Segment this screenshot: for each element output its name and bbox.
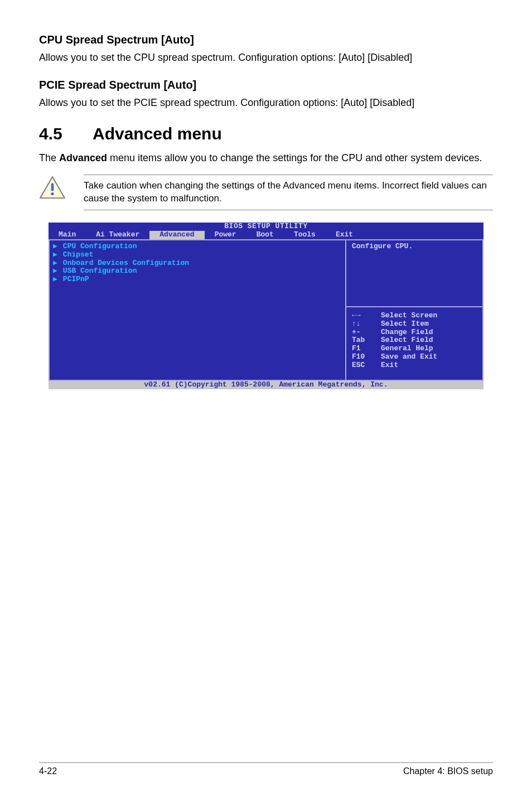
bios-item-usb[interactable]: ▶USB Configuration bbox=[53, 267, 342, 276]
tab-tools[interactable]: Tools bbox=[284, 231, 326, 239]
help-row: ↑↓Select Item bbox=[352, 320, 477, 328]
help-desc: General Help bbox=[381, 345, 433, 353]
triangle-icon: ▶ bbox=[53, 276, 57, 284]
chapter-label: Chapter 4: BIOS setup bbox=[403, 766, 493, 776]
intro-bold: Advanced bbox=[59, 152, 107, 163]
pcie-spread-heading: PCIE Spread Spectrum [Auto] bbox=[39, 79, 493, 91]
heading-number: 4.5 bbox=[39, 124, 93, 143]
bios-left-panel: ▶CPU Configuration ▶Chipset ▶Onboard Dev… bbox=[49, 239, 346, 381]
triangle-icon: ▶ bbox=[53, 267, 57, 276]
tab-main[interactable]: Main bbox=[49, 231, 86, 239]
help-desc: Exit bbox=[381, 361, 398, 370]
intro-suffix: menu items allow you to change the setti… bbox=[107, 152, 482, 163]
tab-boot[interactable]: Boot bbox=[246, 231, 284, 239]
caution-text: Take caution when changing the settings … bbox=[84, 175, 493, 210]
help-row: TabSelect Field bbox=[352, 336, 477, 345]
tab-power[interactable]: Power bbox=[205, 231, 246, 239]
help-key: ↑↓ bbox=[352, 320, 376, 328]
help-key: ←→ bbox=[352, 312, 376, 320]
page-footer: 4-22 Chapter 4: BIOS setup bbox=[39, 762, 493, 776]
triangle-icon: ▶ bbox=[53, 251, 57, 259]
svg-point-1 bbox=[51, 192, 54, 195]
triangle-icon: ▶ bbox=[53, 259, 57, 268]
intro-prefix: The bbox=[39, 152, 59, 163]
bios-menu-bar: Main Ai Tweaker Advanced Power Boot Tool… bbox=[49, 231, 483, 239]
help-row: ←→Select Screen bbox=[352, 312, 477, 320]
help-key: F10 bbox=[352, 353, 376, 361]
bios-help-top: Configure CPU. bbox=[346, 239, 483, 307]
help-row: F1General Help bbox=[352, 345, 477, 353]
help-desc: Select Screen bbox=[381, 312, 437, 320]
bios-footer: v02.61 (C)Copyright 1985-2008, American … bbox=[49, 381, 483, 389]
caution-icon bbox=[39, 176, 66, 201]
triangle-icon: ▶ bbox=[53, 243, 57, 251]
bios-item-label: Onboard Devices Configuration bbox=[63, 259, 189, 268]
help-row: ESCExit bbox=[352, 361, 477, 370]
bios-panel: BIOS SETUP UTILITY Main Ai Tweaker Advan… bbox=[49, 223, 483, 389]
help-key: ESC bbox=[352, 361, 376, 370]
cpu-spread-heading: CPU Spread Spectrum [Auto] bbox=[39, 33, 493, 46]
bios-item-chipset[interactable]: ▶Chipset bbox=[53, 251, 342, 259]
pcie-spread-body: Allows you to set the PCIE spread spectr… bbox=[39, 96, 493, 109]
bios-item-cpu-config[interactable]: ▶CPU Configuration bbox=[53, 243, 342, 251]
help-desc: Select Item bbox=[381, 320, 429, 328]
bios-item-label: PCIPnP bbox=[63, 276, 89, 284]
page-number: 4-22 bbox=[39, 766, 57, 776]
help-key: +- bbox=[352, 328, 376, 337]
help-desc: Select Field bbox=[381, 336, 433, 345]
bios-item-pcipnp[interactable]: ▶PCIPnP bbox=[53, 276, 342, 284]
help-desc: Change Field bbox=[381, 328, 433, 337]
bios-title: BIOS SETUP UTILITY bbox=[49, 223, 483, 231]
help-desc: Save and Exit bbox=[381, 353, 437, 361]
advanced-intro: The Advanced menu items allow you to cha… bbox=[39, 151, 493, 165]
tab-ai-tweaker[interactable]: Ai Tweaker bbox=[86, 231, 149, 239]
help-key: Tab bbox=[352, 336, 376, 345]
caution-callout: Take caution when changing the settings … bbox=[39, 175, 493, 210]
bios-body: ▶CPU Configuration ▶Chipset ▶Onboard Dev… bbox=[49, 239, 483, 381]
help-row: F10Save and Exit bbox=[352, 353, 477, 361]
cpu-spread-body: Allows you to set the CPU spread spectru… bbox=[39, 51, 493, 64]
help-key: F1 bbox=[352, 345, 376, 353]
tab-advanced[interactable]: Advanced bbox=[149, 231, 204, 239]
bios-item-label: Chipset bbox=[63, 251, 94, 259]
bios-right-panel: Configure CPU. ←→Select Screen ↑↓Select … bbox=[346, 239, 483, 381]
help-row: +-Change Field bbox=[352, 328, 477, 337]
bios-item-label: USB Configuration bbox=[63, 267, 137, 276]
bios-help-title: Configure CPU. bbox=[352, 242, 413, 250]
bios-help-keys: ←→Select Screen ↑↓Select Item +-Change F… bbox=[346, 307, 483, 381]
heading-title: Advanced menu bbox=[93, 124, 222, 143]
bios-item-onboard[interactable]: ▶Onboard Devices Configuration bbox=[53, 259, 342, 268]
advanced-menu-heading: 4.5Advanced menu bbox=[39, 124, 493, 143]
tab-exit[interactable]: Exit bbox=[326, 231, 363, 239]
bios-item-label: CPU Configuration bbox=[63, 243, 137, 251]
svg-rect-0 bbox=[51, 183, 54, 191]
